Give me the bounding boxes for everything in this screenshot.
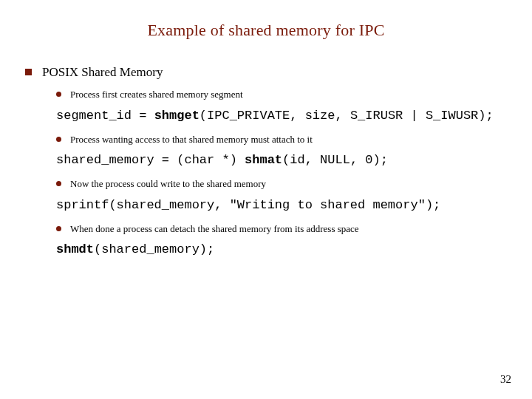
bullet-1-text: Process first creates shared memory segm… [70,89,243,100]
heading-text: POSIX Shared Memory [42,65,163,79]
code-2-c: (id, NULL, 0); [282,153,388,167]
slide-title: Example of shared memory for IPC [22,21,510,40]
page-number: 32 [500,373,511,386]
code-3-a: sprintf(shared_memory, "Writing to share… [56,198,440,212]
code-line-4: shmdt(shared_memory); [56,242,510,259]
bullet-2: Process wanting access to that shared me… [56,134,510,146]
code-1-a: segment_id = [56,109,154,123]
code-line-1: segment_id = shmget(IPC_PRIVATE, size, S… [56,108,510,125]
round-bullet-icon [56,137,61,142]
code-line-2: shared_memory = (char *) shmat(id, NULL,… [56,152,510,169]
code-2-a: shared_memory = (char *) [56,153,245,167]
bullet-1: Process first creates shared memory segm… [56,89,510,100]
code-4-bold: shmdt [56,242,94,256]
round-bullet-icon [56,181,61,186]
heading-posix: POSIX Shared Memory [25,65,510,80]
round-bullet-icon [56,226,61,231]
code-1-c: (IPC_PRIVATE, size, S_IRUSR | S_IWUSR); [200,109,494,123]
code-1-bold: shmget [154,109,200,123]
square-bullet-icon [25,69,32,75]
bullet-4: When done a process can detach the share… [56,223,510,235]
bullet-3-text: Now the process could write to the share… [70,178,266,190]
code-2-bold: shmat [245,153,282,167]
code-4-b: (shared_memory); [94,242,214,256]
code-line-3: sprintf(shared_memory, "Writing to share… [56,197,510,214]
bullet-2-text: Process wanting access to that shared me… [70,134,313,146]
bullet-3: Now the process could write to the share… [56,178,510,190]
slide: Example of shared memory for IPC POSIX S… [0,0,532,399]
bullet-4-text: When done a process can detach the share… [70,223,359,235]
round-bullet-icon [56,92,61,97]
